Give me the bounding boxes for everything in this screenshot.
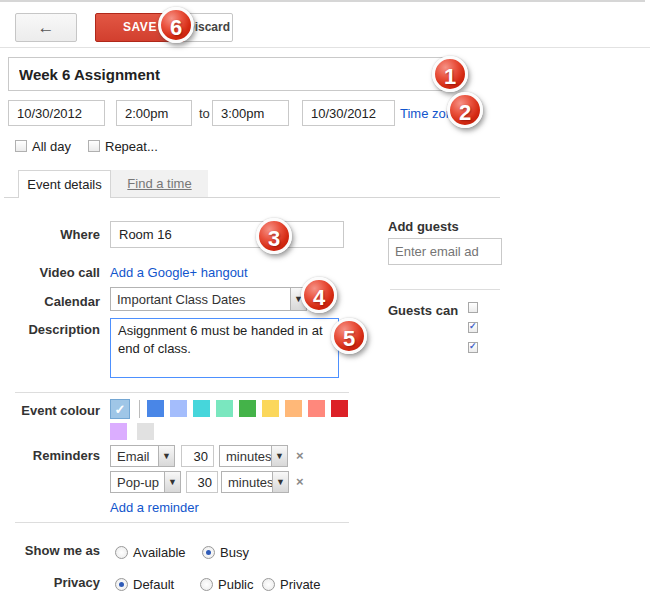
- chevron-down-icon: ▼: [164, 472, 180, 492]
- add-guests-label: Add guests: [388, 219, 459, 234]
- chevron-down-icon: ▼: [158, 446, 174, 466]
- chevron-down-icon: ▼: [271, 446, 287, 466]
- guests-divider: [390, 289, 500, 290]
- busy-label: Busy: [220, 545, 249, 560]
- check-icon: ✓: [115, 402, 126, 417]
- red-colour-swatch[interactable]: [331, 400, 348, 417]
- grey-colour-swatch[interactable]: [137, 423, 154, 440]
- callout-4-badge: 4: [301, 277, 337, 313]
- salmon-colour-swatch[interactable]: [308, 400, 325, 417]
- default-label: Default: [133, 577, 174, 592]
- event-title-input[interactable]: [8, 57, 456, 91]
- callout-5-badge: 5: [331, 318, 367, 354]
- section-divider: [15, 392, 349, 393]
- reminders-label: Reminders: [0, 448, 100, 463]
- busy-radio[interactable]: [202, 546, 215, 559]
- video-call-label: Video call: [0, 265, 100, 280]
- end-time-input[interactable]: [212, 100, 289, 126]
- calendar-label: Calendar: [0, 294, 100, 309]
- section-divider: [15, 522, 349, 523]
- start-time-input[interactable]: [116, 100, 192, 126]
- callout-2-badge: 2: [447, 92, 483, 128]
- colour-palette-row-1: [147, 400, 348, 417]
- blue-colour-swatch[interactable]: [147, 400, 164, 417]
- repeat-label: Repeat...: [105, 139, 158, 154]
- description-label: Description: [0, 322, 100, 337]
- orange-colour-swatch[interactable]: [285, 400, 302, 417]
- repeat-checkbox[interactable]: [88, 140, 100, 152]
- reminder-unit-select[interactable]: minutes ▼: [221, 471, 289, 493]
- all-day-label: All day: [32, 139, 71, 154]
- callout-6-badge: 6: [158, 7, 194, 43]
- colour-palette-row-2: [110, 423, 154, 440]
- privacy-label: Privacy: [0, 575, 100, 590]
- turquoise-colour-swatch[interactable]: [193, 400, 210, 417]
- back-arrow-icon: ←: [38, 18, 55, 37]
- top-divider: [0, 0, 645, 2]
- green-colour-swatch[interactable]: [239, 400, 256, 417]
- description-textarea[interactable]: Asiggnment 6 must be handed in at end of…: [110, 318, 339, 378]
- mint-green-colour-swatch[interactable]: [216, 400, 233, 417]
- guests-can-checkbox[interactable]: ✓: [468, 322, 478, 333]
- event-colour-label: Event colour: [0, 403, 100, 418]
- end-date-input[interactable]: [302, 100, 395, 126]
- default-radio[interactable]: [115, 578, 128, 591]
- guest-email-input[interactable]: [388, 238, 502, 265]
- calendar-select[interactable]: Important Class Dates ▼: [110, 287, 307, 311]
- reminder-minutes-input[interactable]: [186, 471, 218, 493]
- palette-divider: [139, 400, 140, 418]
- toolbar-divider: [0, 47, 650, 48]
- check-icon: ✓: [469, 341, 477, 351]
- available-radio[interactable]: [115, 546, 128, 559]
- reminder-minutes-input[interactable]: [181, 445, 214, 467]
- all-day-checkbox[interactable]: [15, 140, 27, 152]
- reminder-method-select[interactable]: Pop-up ▼: [110, 471, 181, 493]
- guests-can-checkbox[interactable]: [468, 302, 478, 313]
- private-radio[interactable]: [262, 578, 275, 591]
- to-label: to: [199, 106, 210, 121]
- tab-find-a-time[interactable]: Find a time: [111, 170, 208, 197]
- callout-3-badge: 3: [256, 218, 292, 254]
- back-button[interactable]: ←: [15, 13, 77, 42]
- guests-can-checkbox[interactable]: ✓: [468, 342, 478, 353]
- show-me-as-label: Show me as: [0, 543, 100, 558]
- check-icon: ✓: [469, 321, 477, 331]
- tab-event-details[interactable]: Event details: [18, 170, 111, 198]
- add-reminder-link[interactable]: Add a reminder: [110, 500, 199, 515]
- reminder-method-select[interactable]: Email ▼: [110, 445, 175, 467]
- remove-reminder-icon[interactable]: ×: [296, 474, 304, 489]
- where-input[interactable]: [110, 221, 344, 248]
- chevron-down-icon: ▼: [272, 472, 288, 492]
- selected-colour-swatch[interactable]: ✓: [110, 399, 130, 419]
- callout-1-badge: 1: [432, 56, 468, 92]
- private-label: Private: [280, 577, 320, 592]
- available-label: Available: [133, 545, 186, 560]
- reminder-unit-select[interactable]: minutes ▼: [219, 445, 288, 467]
- periwinkle-colour-swatch[interactable]: [170, 400, 187, 417]
- guests-can-label: Guests can: [388, 303, 458, 318]
- where-label: Where: [0, 227, 100, 242]
- lavender-colour-swatch[interactable]: [110, 423, 127, 440]
- start-date-input[interactable]: [8, 100, 105, 126]
- remove-reminder-icon[interactable]: ×: [296, 448, 304, 463]
- yellow-colour-swatch[interactable]: [262, 400, 279, 417]
- add-hangout-link[interactable]: Add a Google+ hangout: [110, 265, 248, 280]
- calendar-selected-value: Important Class Dates: [117, 288, 246, 310]
- public-radio[interactable]: [200, 578, 213, 591]
- public-label: Public: [218, 577, 253, 592]
